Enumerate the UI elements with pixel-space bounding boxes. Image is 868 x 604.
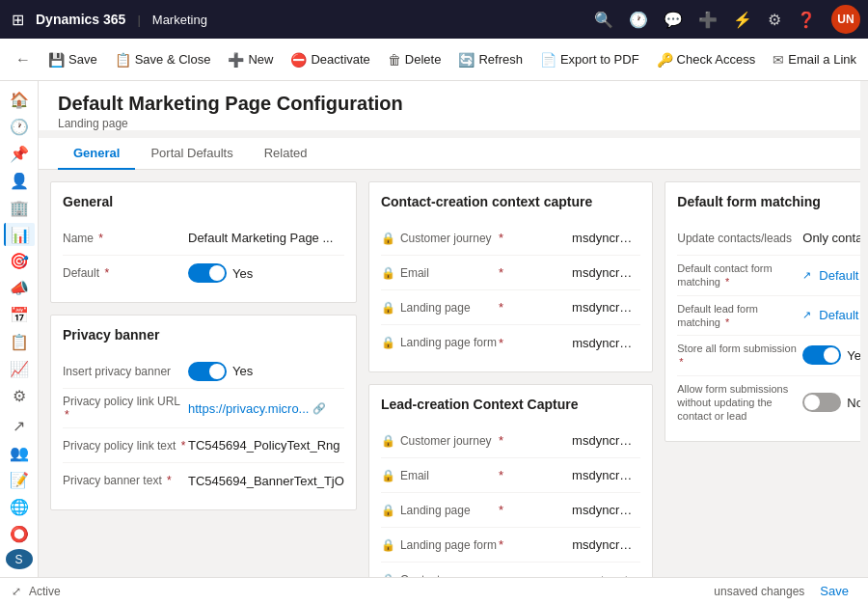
cc-email-row: 🔒 Email * msdyncrm_emailid: [381, 256, 640, 290]
sidebar-icon-campaigns[interactable]: 📣: [4, 277, 35, 300]
allow-form-toggle-track[interactable]: [802, 393, 841, 412]
content-area: Default Marketing Page Configuration Lan…: [39, 81, 860, 577]
lc-landing-value[interactable]: msdyncrm_marketingp...: [572, 503, 640, 517]
contact-creation-title: Contact-creation context capture: [381, 194, 640, 209]
allow-form-row: Allow form submissions without updating …: [677, 376, 860, 429]
cc-journey-value[interactable]: msdyncrm_customerjo...: [572, 231, 640, 245]
contact-creation-card: Contact-creation context capture 🔒 Custo…: [368, 181, 653, 372]
tab-bar: General Portal Defaults Related: [39, 138, 860, 170]
insert-privacy-row: Insert privacy banner Yes: [63, 354, 344, 389]
default-contact-form-link[interactable]: Default contact mat...: [819, 268, 860, 283]
new-button[interactable]: ➕ New: [220, 46, 281, 73]
sidebar-icon-arrow[interactable]: ↗: [4, 415, 35, 438]
page-subtitle: Landing page: [58, 117, 841, 130]
sidebar-icon-pin[interactable]: 📌: [4, 143, 35, 166]
search-icon[interactable]: 🔍: [594, 11, 613, 29]
left-column: General Name * Default Marketing Page ..…: [50, 181, 357, 577]
app-module: Marketing: [152, 13, 207, 27]
default-row: Default * Yes: [63, 256, 344, 290]
default-toggle[interactable]: Yes: [188, 263, 253, 283]
check-access-button[interactable]: 🔑 Check Access: [649, 46, 764, 73]
filter-icon[interactable]: ⚡: [733, 11, 752, 29]
sidebar-icon-forms[interactable]: 📋: [4, 330, 35, 353]
email-link-button[interactable]: ✉ Email a Link: [765, 46, 864, 73]
default-lead-form-value: ↗ Default lead matchi...: [802, 308, 860, 322]
default-lead-form-link[interactable]: Default lead matchi...: [819, 308, 860, 322]
app-name: Dynamics 365: [36, 12, 125, 27]
sidebar-icon-contacts[interactable]: 👤: [4, 169, 35, 192]
settings-icon[interactable]: ⚙: [768, 11, 781, 29]
grid-icon[interactable]: ⊞: [8, 7, 28, 33]
cc-landing-row: 🔒 Landing page * msdyncrm_marketingp...: [381, 290, 640, 325]
privacy-banner-text-row: Privacy banner text * TC545694_BannerTex…: [63, 463, 344, 498]
lc-journey-value[interactable]: msdyncrm_customerjo...: [572, 433, 640, 448]
refresh-button[interactable]: 🔄 Refresh: [450, 46, 530, 73]
lock-icon-2: 🔒: [381, 266, 394, 280]
lock-icon-8: 🔒: [381, 538, 394, 552]
lc-form-value[interactable]: msdyncrm_marketingf...: [572, 537, 640, 552]
page-title: Default Marketing Page Configuration: [58, 93, 841, 115]
store-form-toggle[interactable]: Yes: [802, 345, 860, 365]
sidebar-icon-settings2[interactable]: ⚙: [4, 384, 35, 407]
name-value[interactable]: Default Marketing Page ...: [188, 231, 344, 245]
sidebar-icon-list[interactable]: 📝: [4, 469, 35, 492]
user-avatar[interactable]: UN: [831, 5, 860, 34]
sidebar-icon-reports[interactable]: 📈: [4, 357, 35, 380]
help-icon[interactable]: ❓: [797, 11, 816, 29]
default-form-card: Default form matching Update contacts/le…: [665, 181, 860, 442]
privacy-url-value: https://privacy.micro... 🔗: [188, 401, 344, 416]
dcf-required: *: [725, 276, 729, 288]
deactivate-icon: ⛔: [290, 52, 307, 68]
status-save-button[interactable]: Save: [812, 582, 856, 600]
insert-privacy-label: Insert privacy banner: [63, 365, 188, 378]
sidebar-icon-people[interactable]: 👥: [4, 442, 35, 465]
save-button[interactable]: 💾 Save: [41, 46, 105, 73]
tab-related[interactable]: Related: [249, 138, 323, 170]
lc-email-value[interactable]: msdyncrm_emailid: [572, 468, 640, 482]
external-link-icon: 🔗: [312, 402, 326, 415]
email-icon: ✉: [773, 52, 784, 68]
privacy-banner-text-value[interactable]: TC545694_BannerText_TjO: [188, 474, 344, 488]
sidebar-icon-circle[interactable]: ⭕: [4, 522, 35, 545]
update-contacts-value: Only contacts: [802, 231, 860, 245]
plus-icon[interactable]: ➕: [698, 11, 718, 29]
clock-icon[interactable]: 🕐: [629, 11, 648, 29]
lead-creation-card: Lead-creation Context Capture 🔒 Customer…: [368, 384, 653, 577]
insert-privacy-toggle-track[interactable]: [188, 362, 227, 381]
deactivate-button[interactable]: ⛔ Deactivate: [283, 46, 377, 73]
default-toggle-track[interactable]: [188, 263, 227, 283]
sidebar-icon-leads[interactable]: 🎯: [4, 250, 35, 273]
privacy-link-text-value[interactable]: TC545694_PolicyText_Rng: [188, 438, 344, 453]
cc-email-value[interactable]: msdyncrm_emailid: [572, 265, 640, 280]
save-close-icon: 📋: [115, 52, 131, 68]
cc-form-value[interactable]: msdyncrm_marketingf...: [572, 336, 640, 350]
delete-icon: 🗑: [388, 52, 401, 68]
sidebar-icon-user-circle[interactable]: S: [6, 549, 33, 569]
insert-privacy-label-val: Yes: [232, 364, 253, 378]
expand-icon[interactable]: ⤢: [12, 585, 21, 598]
general-card: General Name * Default Marketing Page ..…: [50, 181, 357, 303]
sidebar-icon-recent[interactable]: 🕐: [4, 116, 35, 139]
back-button[interactable]: ←: [8, 47, 39, 72]
privacy-banner-text-required: *: [167, 474, 172, 487]
nav-left: ⊞ Dynamics 365 | Marketing: [8, 7, 207, 33]
allow-form-toggle[interactable]: No: [802, 393, 860, 412]
bell-icon[interactable]: 💬: [664, 11, 683, 29]
tab-general[interactable]: General: [58, 138, 135, 170]
sidebar-icon-home[interactable]: 🏠: [4, 89, 35, 112]
insert-privacy-toggle[interactable]: Yes: [188, 362, 253, 381]
tab-portal[interactable]: Portal Defaults: [135, 138, 248, 170]
lc-journey-row: 🔒 Customer journey * msdyncrm_customerjo…: [381, 424, 640, 458]
sidebar-icon-marketing[interactable]: 📊: [4, 223, 35, 246]
lock-icon-4: 🔒: [381, 336, 394, 349]
export-pdf-button[interactable]: 📄 Export to PDF: [532, 46, 647, 73]
save-close-button[interactable]: 📋 Save & Close: [107, 46, 219, 73]
store-form-toggle-track[interactable]: [802, 345, 841, 365]
delete-button[interactable]: 🗑 Delete: [380, 46, 449, 73]
sidebar-icon-globe[interactable]: 🌐: [4, 495, 35, 518]
sidebar-icon-events[interactable]: 📅: [4, 304, 35, 327]
command-bar: ← 💾 Save 📋 Save & Close ➕ New ⛔ Deactiva…: [0, 39, 868, 81]
cc-landing-value[interactable]: msdyncrm_marketingp...: [572, 300, 640, 315]
status-right: unsaved changes Save: [714, 582, 856, 600]
sidebar-icon-accounts[interactable]: 🏢: [4, 196, 35, 219]
